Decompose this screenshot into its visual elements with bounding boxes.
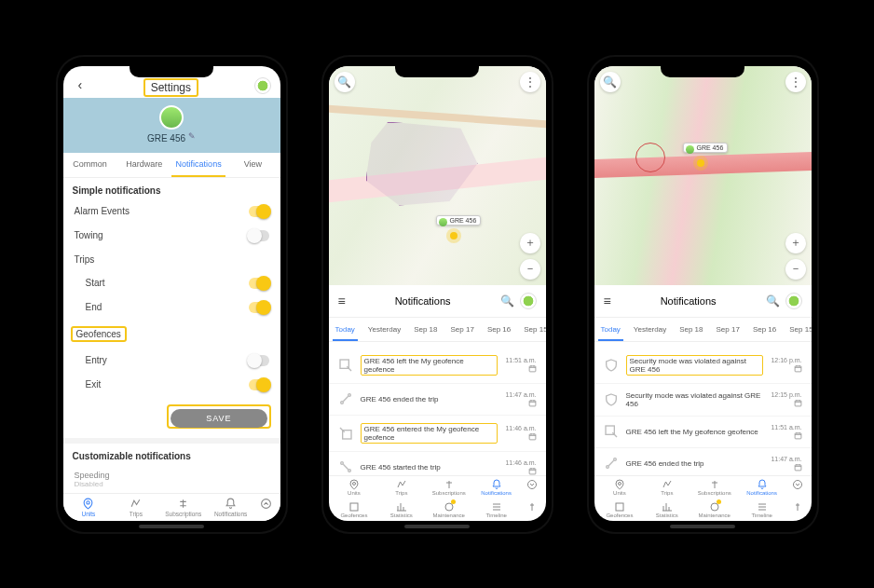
toggle-start[interactable] (249, 278, 269, 289)
tab-yesterday[interactable]: Yesterday (365, 323, 403, 341)
tab-today[interactable]: Today (598, 323, 623, 341)
avatar[interactable] (520, 293, 537, 309)
zoom-in-icon[interactable]: ＋ (520, 233, 540, 253)
tab-view[interactable]: View (225, 153, 280, 177)
notification-text: GRE 456 left the My geofence geofence (361, 355, 498, 376)
nav-units[interactable]: Units (596, 479, 644, 496)
bottom-nav: Units Trips Subscriptions Notifications … (329, 475, 546, 521)
notification-text: Security mode was violated against GRE 4… (626, 355, 764, 376)
notification-time: 11:46 a.m. (505, 425, 536, 441)
nav-units[interactable]: Units (65, 498, 113, 517)
svg-rect-3 (529, 366, 536, 372)
nav-trips[interactable]: Trips (112, 498, 159, 517)
page-title: Settings (88, 81, 253, 94)
row-speeding[interactable]: Speeding Disabled (63, 465, 280, 493)
notification-row[interactable]: Security mode was violated against GRE 4… (594, 384, 812, 417)
tab-sep15[interactable]: Sep 15 (521, 323, 545, 341)
nav-notif[interactable]: Notifications (472, 479, 520, 496)
nav-stats[interactable]: Statistics (643, 501, 690, 518)
tab-yesterday[interactable]: Yesterday (631, 323, 669, 341)
notification-row[interactable]: GRE 456 left the My geofence geofence11:… (594, 417, 812, 448)
violation-circle (635, 143, 665, 172)
tab-sep17[interactable]: Sep 17 (714, 323, 743, 341)
avatar[interactable] (785, 293, 802, 309)
edit-icon[interactable]: ✎ (188, 131, 196, 141)
tab-sep16[interactable]: Sep 16 (750, 323, 779, 341)
nav-notif[interactable]: Notifications (738, 479, 785, 496)
nav-collapse[interactable] (785, 479, 809, 496)
search-icon[interactable]: 🔍 (500, 294, 514, 308)
svg-point-0 (87, 500, 89, 503)
nav-pin[interactable] (785, 501, 809, 518)
toggle-exit[interactable] (249, 379, 269, 390)
nav-maint[interactable]: Maintenance (690, 501, 738, 518)
toggle-entry[interactable] (249, 355, 269, 366)
geof-in-icon (338, 426, 353, 441)
menu-icon[interactable]: ≡ (604, 294, 611, 308)
nav-timeline[interactable]: Timeline (472, 501, 520, 518)
notification-row[interactable]: GRE 456 ended the trip11:47 a.m. (594, 448, 812, 475)
notification-row[interactable]: GRE 456 started the trip11:46 a.m. (329, 452, 546, 475)
nav-more[interactable] (254, 498, 278, 517)
more-icon[interactable]: ⋮ (785, 72, 806, 92)
row-geofences: Geofences (63, 320, 280, 349)
tab-common[interactable]: Common (63, 153, 117, 177)
nav-stats[interactable]: Statistics (377, 501, 425, 518)
zoom-out-icon[interactable]: － (785, 259, 806, 280)
tab-today[interactable]: Today (333, 323, 358, 341)
search-icon[interactable]: 🔍 (600, 72, 621, 92)
geof-out-icon (604, 424, 619, 439)
avatar[interactable] (254, 77, 271, 94)
zoom-out-icon[interactable]: － (520, 259, 540, 280)
nav-subs[interactable]: Subscriptions (425, 479, 472, 496)
tab-notifications[interactable]: Notifications (171, 153, 225, 177)
map[interactable]: GRE 456 🔍 ⋮ ＋ － (329, 66, 546, 285)
notification-row[interactable]: GRE 456 left the My geofence geofence11:… (329, 348, 546, 384)
nav-timeline[interactable]: Timeline (738, 501, 785, 518)
date-tabs: Today Yesterday Sep 18 Sep 17 Sep 16 Sep… (594, 318, 812, 342)
tab-sep15[interactable]: Sep 15 (786, 323, 811, 341)
toggle-alarm[interactable] (249, 206, 269, 217)
save-button[interactable]: SAVE (171, 409, 266, 428)
trip-end-icon (604, 456, 619, 471)
svg-rect-27 (616, 503, 623, 511)
map[interactable]: GRE 456 🔍 ⋮ ＋ － (594, 66, 812, 285)
nav-subs[interactable]: Subscriptions (159, 498, 207, 517)
unit-pin[interactable]: GRE 456 (683, 143, 729, 153)
toggle-end[interactable] (249, 302, 269, 313)
svg-point-28 (711, 503, 718, 511)
geof-out-icon (338, 358, 353, 373)
toggle-towing[interactable] (249, 230, 269, 241)
tab-sep17[interactable]: Sep 17 (448, 323, 477, 341)
nav-notif[interactable]: Notifications (207, 498, 254, 517)
nav-geof[interactable]: Geofences (596, 501, 644, 518)
notification-time: 11:46 a.m. (505, 459, 536, 475)
tab-hardware[interactable]: Hardware (117, 153, 171, 177)
zoom-in-icon[interactable]: ＋ (785, 233, 806, 253)
unit-pin[interactable]: GRE 456 (436, 215, 482, 226)
nav-geof[interactable]: Geofences (331, 501, 378, 518)
menu-icon[interactable]: ≡ (338, 294, 346, 308)
nav-maint[interactable]: Maintenance (425, 501, 472, 518)
more-icon[interactable]: ⋮ (520, 72, 540, 92)
svg-point-10 (348, 470, 350, 472)
notification-time: 11:51 a.m. (771, 424, 801, 440)
shield-icon (604, 358, 619, 373)
nav-units[interactable]: Units (331, 479, 378, 496)
search-icon[interactable]: 🔍 (766, 294, 780, 308)
svg-rect-6 (529, 400, 536, 405)
notification-row[interactable]: GRE 456 entered the My geofence geofence… (329, 416, 546, 452)
nav-collapse[interactable] (520, 479, 543, 496)
svg-point-13 (527, 480, 536, 488)
tab-sep16[interactable]: Sep 16 (485, 323, 513, 341)
notification-row[interactable]: Security mode was violated against GRE 4… (594, 348, 812, 384)
tab-sep18[interactable]: Sep 18 (411, 323, 440, 341)
back-button[interactable]: ‹ (73, 75, 89, 94)
nav-pin[interactable] (520, 501, 543, 518)
nav-subs[interactable]: Subscriptions (690, 479, 738, 496)
notification-row[interactable]: GRE 456 ended the trip11:47 a.m. (329, 384, 546, 416)
nav-trips[interactable]: Trips (377, 479, 425, 496)
search-icon[interactable]: 🔍 (335, 72, 355, 92)
tab-sep18[interactable]: Sep 18 (676, 323, 705, 341)
nav-trips[interactable]: Trips (643, 479, 690, 496)
